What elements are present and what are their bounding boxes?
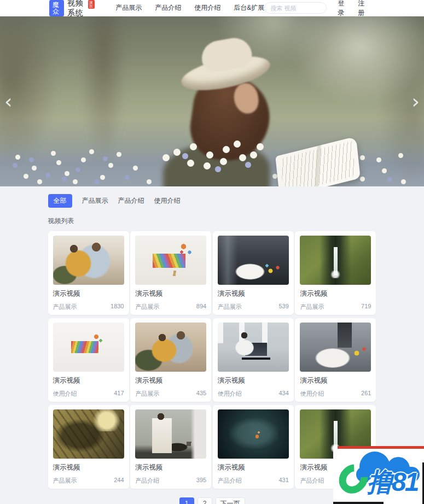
register-link[interactable]: 注册 [358, 0, 367, 17]
video-category: 产品展示 [218, 303, 242, 311]
search-wrap [264, 2, 327, 14]
video-meta: 产品展示 435 [135, 390, 206, 398]
video-views: 395 [196, 477, 206, 485]
nav-item-admin-extend[interactable]: 后台&扩展 [234, 3, 264, 13]
video-views: 244 [114, 477, 124, 485]
video-thumbnail [53, 409, 124, 459]
watermark-red-strip [338, 446, 424, 449]
logo-text: 视频系统 [67, 0, 87, 18]
video-category: 使用介绍 [218, 390, 242, 398]
video-thumbnail [53, 236, 124, 285]
video-category: 使用介绍 [300, 390, 324, 398]
video-views: 894 [196, 303, 206, 311]
video-card[interactable]: 演示视频 使用介绍 417 [48, 318, 129, 402]
pagination-page-2[interactable]: 2 [198, 497, 212, 504]
video-card[interactable]: 演示视频 使用介绍 261 [295, 318, 376, 402]
video-category: 产品介绍 [300, 477, 324, 485]
video-meta: 使用介绍 434 [218, 390, 289, 398]
hero-carousel: ‹ › [0, 16, 424, 186]
logo-badge: 魔众 [49, 0, 64, 16]
video-thumbnail [218, 409, 289, 459]
video-title[interactable]: 演示视频 [218, 376, 289, 385]
nav-item-product-intro[interactable]: 产品介绍 [155, 3, 181, 13]
pagination: 1 2 下一页 [48, 497, 376, 504]
filter-tabs: 全部 产品展示 产品介绍 使用介绍 [48, 194, 376, 208]
hero-deco-bouquet [0, 16, 4, 20]
demo-tag-badge: 演示 [88, 0, 95, 9]
video-card[interactable]: 演示视频 产品介绍 431 [213, 405, 294, 489]
video-title[interactable]: 演示视频 [300, 289, 371, 298]
video-views: 417 [114, 390, 124, 398]
video-thumbnail [300, 236, 371, 285]
video-title[interactable]: 演示视频 [135, 376, 206, 385]
video-views: 434 [278, 390, 288, 398]
video-category: 产品展示 [53, 477, 77, 485]
video-thumbnail [218, 236, 289, 285]
video-meta: 使用介绍 417 [53, 390, 124, 398]
video-title[interactable]: 演示视频 [135, 289, 206, 298]
carousel-prev-button[interactable]: ‹ [4, 92, 12, 112]
video-category: 产品介绍 [135, 477, 159, 485]
video-card[interactable]: 演示视频 产品展示 894 [130, 231, 211, 315]
login-link[interactable]: 登录 [338, 0, 347, 17]
video-category: 产品展示 [300, 303, 324, 311]
video-views: 435 [196, 390, 206, 398]
filter-tab-all[interactable]: 全部 [48, 194, 72, 208]
video-thumbnail [218, 323, 289, 372]
section-title: 视频列表 [48, 216, 376, 226]
video-meta: 产品介绍 395 [135, 477, 206, 485]
video-views: 539 [278, 303, 288, 311]
video-meta: 产品展示 539 [218, 303, 289, 311]
video-views: 261 [361, 390, 371, 398]
video-category: 使用介绍 [53, 390, 77, 398]
watermark-text: 撸81 [367, 465, 417, 500]
video-card[interactable]: 演示视频 产品展示 539 [213, 231, 294, 315]
video-category: 产品展示 [135, 390, 159, 398]
video-thumbnail [135, 323, 206, 372]
page-root: 魔众 视频系统 演示 产品展示 产品介绍 使用介绍 后台&扩展 登录 注册 ‹ … [0, 0, 424, 504]
video-card[interactable]: 演示视频 使用介绍 434 [213, 318, 294, 402]
video-title[interactable]: 演示视频 [218, 463, 289, 472]
filter-tab-product-intro[interactable]: 产品介绍 [118, 196, 144, 206]
pagination-page-1[interactable]: 1 [179, 497, 194, 504]
video-card[interactable]: 演示视频 产品展示 435 [130, 318, 211, 402]
video-meta: 产品展示 719 [300, 303, 371, 311]
pagination-next-button[interactable]: 下一页 [216, 497, 245, 504]
video-thumbnail [135, 409, 206, 459]
video-title[interactable]: 演示视频 [300, 376, 371, 385]
video-thumbnail [135, 236, 206, 285]
video-card[interactable]: 演示视频 产品介绍 395 [130, 405, 211, 489]
logo[interactable]: 魔众 视频系统 演示 [49, 0, 95, 18]
video-card[interactable]: 演示视频 产品展示 1830 [48, 231, 129, 315]
video-title[interactable]: 演示视频 [218, 289, 289, 298]
video-category: 产品展示 [53, 303, 77, 311]
video-card[interactable]: 演示视频 产品展示 244 [48, 405, 129, 489]
nav-item-usage-intro[interactable]: 使用介绍 [194, 3, 220, 13]
video-views: 1830 [111, 303, 124, 311]
video-grid: 演示视频 产品展示 1830 演示视频 产品展示 894 演示视频 产品展示 [48, 231, 376, 489]
watermark-edge [333, 502, 384, 504]
video-meta: 产品介绍 431 [218, 477, 289, 485]
video-title[interactable]: 演示视频 [53, 289, 124, 298]
video-meta: 产品展示 244 [53, 477, 124, 485]
video-thumbnail [53, 323, 124, 372]
video-card[interactable]: 演示视频 产品展示 719 [295, 231, 376, 315]
search-input[interactable] [264, 2, 327, 14]
video-category: 产品展示 [135, 303, 159, 311]
video-title[interactable]: 演示视频 [135, 463, 206, 472]
video-meta: 使用介绍 261 [300, 390, 371, 398]
nav-links: 产品展示 产品介绍 使用介绍 后台&扩展 [115, 3, 264, 13]
video-views: 431 [278, 477, 288, 485]
filter-tab-usage-intro[interactable]: 使用介绍 [154, 196, 181, 206]
filter-tab-product-display[interactable]: 产品展示 [82, 196, 108, 206]
video-thumbnail [300, 323, 371, 372]
carousel-next-button[interactable]: › [412, 92, 420, 112]
watermark-logo: 撸81 [333, 446, 424, 504]
video-meta: 产品展示 894 [135, 303, 206, 311]
navbar: 魔众 视频系统 演示 产品展示 产品介绍 使用介绍 后台&扩展 登录 注册 [0, 0, 424, 16]
video-views: 719 [361, 303, 371, 311]
video-title[interactable]: 演示视频 [53, 463, 124, 472]
nav-item-product-display[interactable]: 产品展示 [115, 3, 142, 13]
main-content: 全部 产品展示 产品介绍 使用介绍 视频列表 演示视频 产品展示 1830 演示… [48, 186, 376, 504]
video-title[interactable]: 演示视频 [53, 376, 124, 385]
